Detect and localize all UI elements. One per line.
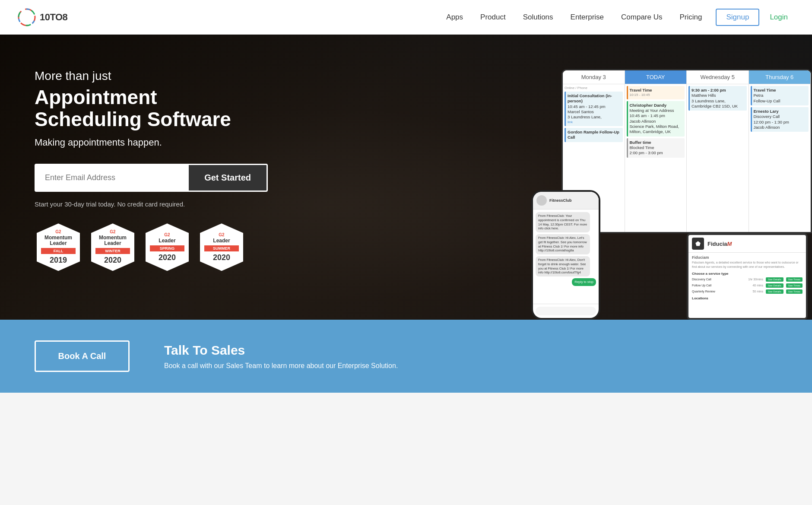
cal-event-matthew: 9:30 am - 2:00 pm Matthew Hills 3 Laundr…	[688, 86, 747, 111]
tablet-duration-2: 40 mins	[752, 284, 763, 287]
g2-icon: G2	[55, 229, 61, 234]
nav-enterprise[interactable]: Enterprise	[564, 10, 611, 25]
g2-icon-2: G2	[110, 229, 115, 234]
cal-col-thursday: Travel Time Petra Follow-Up Call Ernesto…	[749, 84, 811, 232]
badge-year-1: 2019	[50, 256, 67, 265]
tablet-duration-3: 50 mins	[752, 290, 763, 293]
nav-apps[interactable]: Apps	[439, 10, 470, 25]
tablet-screen: ⬟ FiduciaM Fiduciam Fiduciam Agents, a d…	[688, 235, 806, 318]
navbar: 10TO8 Apps Product Solutions Enterprise …	[0, 0, 812, 35]
chat-msg-sent: Reply to stop	[572, 278, 596, 286]
tablet-section-label: Choose a service type	[692, 272, 802, 276]
cal-day-wednesday: Wednesday 5	[687, 70, 749, 84]
logo-icon	[17, 8, 36, 27]
badge-year-2: 2020	[104, 256, 121, 265]
nav-compare[interactable]: Compare Us	[614, 10, 669, 25]
tablet-locations-label: Locations	[692, 296, 802, 300]
logo[interactable]: 10TO8	[17, 8, 67, 27]
sales-info: Talk To Sales Book a call with our Sales…	[164, 343, 398, 370]
tablet-body: Fiduciam Fiduciam Agents, a detailed exc…	[688, 253, 806, 303]
badge-type-1: MomentumLeader	[44, 235, 72, 246]
chat-msg-3: From FitnessClub: Hi Alex, Don't forget …	[536, 256, 590, 276]
hero-subtitle: More than just	[35, 69, 268, 83]
badge-year-4: 2020	[213, 253, 230, 262]
badge-leader-spring: G2 Leader SPRING 2020	[143, 223, 191, 271]
tablet-header: ⬟ FiduciaM	[688, 235, 806, 253]
cal-col-today: Travel Time 10:15 - 10:45 Christopher Da…	[625, 84, 687, 232]
email-input[interactable]	[35, 164, 187, 192]
tablet-subtitle: Fiduciam	[692, 255, 802, 260]
tablet-brand-suffix: M	[727, 241, 732, 247]
nav-solutions[interactable]: Solutions	[516, 10, 560, 25]
badge-type-2: MomentumLeader	[99, 235, 127, 246]
badges-container: G2 MomentumLeader FALL 2019 G2 MomentumL…	[35, 223, 268, 271]
phone-footer	[533, 304, 599, 318]
g2-icon-3: G2	[164, 232, 170, 237]
nav-pricing[interactable]: Pricing	[672, 10, 709, 25]
tablet-service-2: Follow Up Call	[692, 284, 750, 287]
chat-area: From FitnessClub: Your appointment is co…	[533, 210, 599, 304]
cal-day-monday: Monday 3	[563, 70, 625, 84]
hero-title: Appointment Scheduling Software	[35, 86, 268, 130]
badge-momentum-fall: G2 MomentumLeader FALL 2019	[35, 223, 82, 271]
tablet-see-times-2[interactable]: See Times	[786, 283, 802, 288]
tablet-service-row-3: Quarterly Review 50 mins See Details See…	[692, 289, 802, 294]
col-online-label: Online / Phone	[565, 86, 623, 90]
tablet-duration-1: 1hr 30mins	[748, 278, 763, 281]
email-form: Get Started	[35, 164, 268, 192]
tablet-description: Fiduciam Agents, a detailed excellent se…	[692, 260, 802, 269]
cal-event-gordon: Gordon Rample Follow-Up Call	[565, 128, 623, 142]
badge-type-4: Leader	[213, 238, 230, 244]
badge-momentum-winter: G2 MomentumLeader WINTER 2020	[89, 223, 136, 271]
book-call-button[interactable]: Book A Call	[35, 340, 130, 372]
badge-leader-summer: G2 Leader SUMMER 2020	[198, 223, 245, 271]
tablet-service-1: Discovery Call	[692, 278, 745, 281]
tablet-see-times-1[interactable]: See Times	[786, 277, 802, 282]
badge-type-3: Leader	[159, 238, 175, 244]
cal-event-travel-thu: Travel Time Petra Follow-Up Call	[751, 86, 809, 105]
phone-avatar	[536, 195, 547, 206]
badge-season-1: FALL	[41, 248, 76, 254]
hero-content: More than just Appointment Scheduling So…	[0, 35, 302, 271]
phone-mockup: FitnessClub From FitnessClub: Your appoi…	[531, 190, 600, 320]
phone-header: FitnessClub	[533, 192, 599, 210]
nav-product[interactable]: Product	[473, 10, 513, 25]
tablet-service-3: Quarterly Review	[692, 290, 750, 293]
hero-tagline: Making appointments happen.	[35, 137, 268, 148]
cal-event-travel-time: Travel Time 10:15 - 10:45	[627, 86, 685, 99]
badge-season-4: SUMMER	[204, 245, 239, 251]
bottom-cta-section: Book A Call Talk To Sales Book a call wi…	[0, 320, 812, 393]
calendar-header: Monday 3 TODAY Wednesday 5 Thursday 6	[563, 70, 811, 84]
cal-col-wednesday: 9:30 am - 2:00 pm Matthew Hills 3 Laundr…	[687, 84, 749, 232]
tablet-mockup: ⬟ FiduciaM Fiduciam Fiduciam Agents, a d…	[687, 233, 808, 320]
cal-event-blocked: Buffer time Blocked Time 2:00 pm - 3:00 …	[627, 138, 685, 158]
cal-event-ernesto: Ernesto Lary Discovery Call 12:00 pm - 1…	[751, 107, 809, 132]
tablet-see-details-1[interactable]: See Details	[766, 277, 783, 282]
phone-screen: FitnessClub From FitnessClub: Your appoi…	[533, 192, 599, 318]
trial-text: Start your 30-day trial today. No credit…	[35, 200, 268, 208]
tablet-see-details-3[interactable]: See Details	[766, 289, 783, 294]
badge-year-3: 2020	[159, 253, 176, 262]
hero-section: More than just Appointment Scheduling So…	[0, 35, 812, 320]
talk-to-sales-title: Talk To Sales	[164, 343, 398, 358]
chat-msg-2: From FitnessClub: Hi Alex, Let's get fit…	[536, 234, 590, 254]
devices-area: Monday 3 TODAY Wednesday 5 Thursday 6 On…	[518, 69, 812, 320]
talk-to-sales-desc: Book a call with our Sales Team to learn…	[164, 362, 398, 370]
chat-msg-1: From FitnessClub: Your appointment is co…	[536, 212, 590, 232]
nav-links: Apps Product Solutions Enterprise Compar…	[439, 9, 795, 26]
login-link[interactable]: Login	[763, 10, 795, 25]
logo-text: 10TO8	[40, 12, 67, 23]
cal-event-christopher: Christopher Dandy Meeting at Your Addres…	[627, 101, 685, 137]
cal-event-initial: Initial Consultation (in-person) 10:45 a…	[565, 92, 623, 126]
tablet-logo-icon: ⬟	[692, 238, 704, 250]
get-started-button[interactable]: Get Started	[187, 164, 268, 192]
cal-day-thursday: Thursday 6	[749, 70, 811, 84]
tablet-service-row-1: Discovery Call 1hr 30mins See Details Se…	[692, 277, 802, 282]
tablet-service-row-2: Follow Up Call 40 mins See Details See T…	[692, 283, 802, 288]
g2-icon-4: G2	[219, 232, 224, 237]
tablet-see-times-3[interactable]: See Times	[786, 289, 802, 294]
phone-text-input[interactable]	[536, 307, 596, 315]
phone-contact-name: FitnessClub	[549, 198, 572, 203]
signup-button[interactable]: Signup	[716, 9, 759, 26]
tablet-see-details-2[interactable]: See Details	[766, 283, 783, 288]
